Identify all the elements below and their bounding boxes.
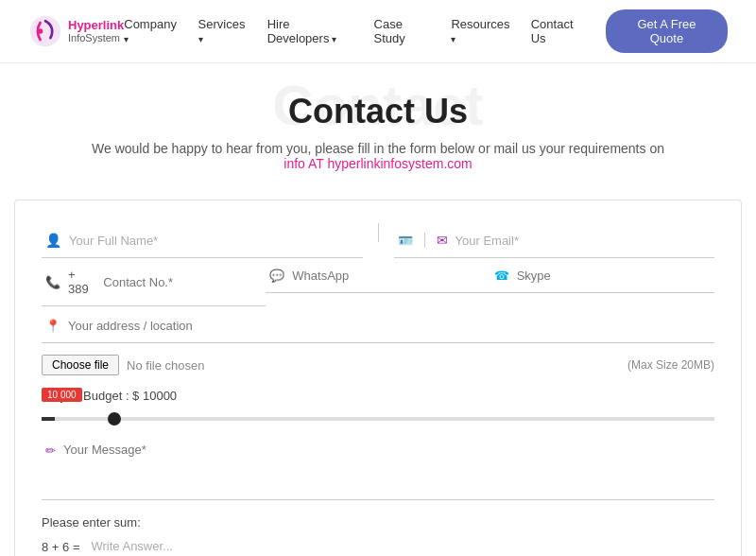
phone-icon [45, 274, 60, 289]
captcha-label: Please enter sum: [42, 515, 714, 530]
logo-name-top: Hyperlink [68, 18, 124, 33]
contact-email-link[interactable]: info AT hyperlinkinfosystem.com [284, 156, 472, 171]
contact-form-card: + 389 Choose file No file chosen (Max S [14, 200, 742, 556]
message-icon [45, 443, 56, 458]
get-free-quote-button[interactable]: Get A Free Quote [606, 9, 728, 53]
card-icon [398, 233, 413, 248]
location-icon [45, 318, 60, 333]
nav-case-study[interactable]: Case Study [374, 17, 433, 45]
nav-services[interactable]: Services [198, 17, 249, 45]
row-divider [378, 223, 379, 242]
address-row [42, 308, 714, 343]
name-email-row [42, 223, 714, 258]
nav-hire-developers[interactable]: Hire Developers [267, 17, 355, 45]
budget-label: Project Budget : $ 10000 [42, 389, 714, 403]
svg-point-1 [38, 28, 43, 33]
navbar: Hyperlink InfoSystem Company Services Hi… [0, 0, 756, 63]
phone-prefix: + 389 [68, 268, 95, 296]
whatsapp-group [266, 258, 490, 306]
nav-contact-us[interactable]: Contact Us [531, 17, 587, 45]
phone-group: + 389 [42, 258, 266, 306]
message-textarea[interactable] [63, 443, 711, 499]
file-name-label: No file chosen [127, 358, 204, 373]
hero-subtitle: We would be happy to hear from you, plea… [19, 141, 737, 171]
address-input[interactable] [68, 319, 711, 333]
user-icon [45, 233, 61, 248]
nav-company[interactable]: Company [124, 17, 179, 45]
skype-group [490, 258, 714, 306]
budget-row: Project Budget : $ 10000 10 000 [42, 389, 714, 424]
whatsapp-icon [269, 268, 284, 283]
phone-input[interactable] [103, 275, 262, 289]
captcha-fields: 8 + 6 = [42, 535, 714, 556]
logo[interactable]: Hyperlink InfoSystem [28, 14, 124, 48]
skype-icon [494, 268, 509, 283]
captcha-row: Please enter sum: 8 + 6 = [42, 515, 714, 556]
file-upload-row: Choose file No file chosen (Max Size 20M… [42, 355, 714, 375]
nav-links: Company Services Hire Developers Case St… [124, 9, 728, 53]
budget-slider[interactable] [42, 417, 714, 421]
captcha-equation: 8 + 6 = [42, 540, 79, 554]
inner-divider [424, 233, 425, 248]
slider-container: 10 000 [42, 408, 714, 424]
hero-section: Contact Contact Us We would be happy to … [0, 63, 756, 181]
nav-resources[interactable]: Resources [451, 17, 511, 45]
max-size-label: (Max Size 20MB) [627, 358, 714, 372]
page-title: Contact Us [19, 92, 737, 131]
file-upload-left: Choose file No file chosen [42, 355, 204, 375]
whatsapp-input[interactable] [292, 269, 486, 283]
skype-input[interactable] [517, 269, 711, 283]
captcha-input[interactable] [87, 535, 219, 556]
email-input[interactable] [455, 234, 712, 248]
choose-file-button[interactable]: Choose file [42, 355, 119, 375]
message-row [42, 435, 714, 500]
email-icon [437, 233, 448, 248]
email-group [394, 223, 715, 258]
full-name-input[interactable] [69, 234, 359, 248]
phone-row: + 389 [42, 258, 714, 306]
slider-tooltip: 10 000 [42, 388, 82, 402]
logo-name-bottom: InfoSystem [68, 32, 124, 44]
full-name-group [42, 223, 363, 258]
